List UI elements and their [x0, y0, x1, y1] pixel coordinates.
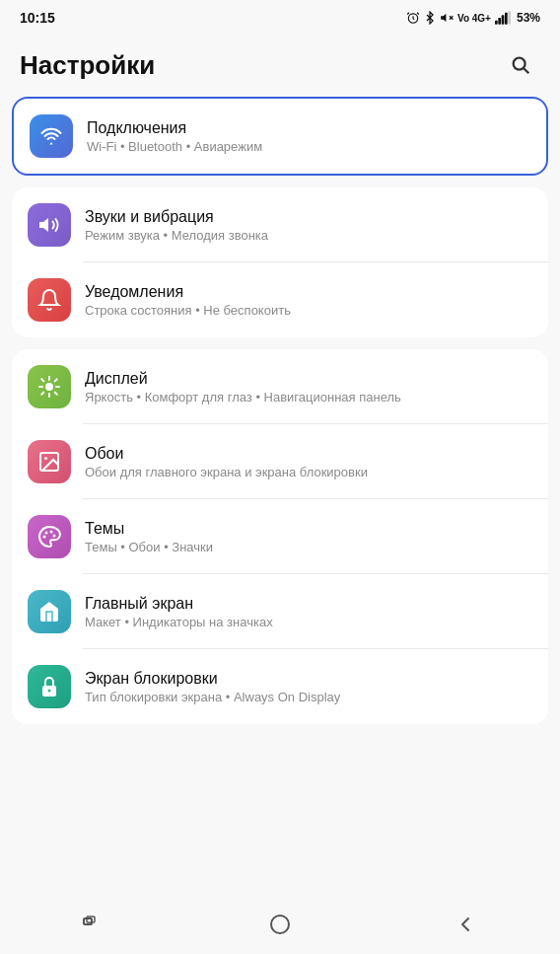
themes-text: Темы Темы • Обои • Значки: [85, 520, 532, 554]
svg-rect-6: [505, 13, 508, 25]
home-screen-title: Главный экран: [85, 595, 532, 613]
notifications-item[interactable]: Уведомления Строка состояния • Не беспок…: [12, 262, 548, 337]
svg-point-21: [43, 536, 46, 539]
connections-text: Подключения Wi-Fi • Bluetooth • Авиарежи…: [87, 119, 530, 154]
search-button[interactable]: [501, 45, 540, 85]
connections-title: Подключения: [87, 119, 530, 137]
display-item[interactable]: Дисплей Яркость • Комфорт для глаз • Нав…: [12, 349, 548, 424]
nav-bar: [0, 899, 560, 954]
wallpaper-subtitle: Обои для главного экрана и экрана блокир…: [85, 465, 532, 479]
display-icon: [28, 365, 71, 408]
home-screen-text: Главный экран Макет • Индикаторы на знач…: [85, 595, 532, 629]
bell-icon: [37, 288, 61, 312]
connections-item[interactable]: Подключения Wi-Fi • Bluetooth • Авиарежи…: [14, 99, 546, 174]
svg-line-16: [55, 393, 57, 395]
status-bar: 10:15 Vo 4G+ 53%: [0, 0, 560, 36]
back-button[interactable]: [437, 905, 496, 944]
volume-icon: [37, 213, 61, 237]
svg-point-24: [53, 535, 56, 538]
sounds-subtitle: Режим звука • Мелодия звонка: [85, 228, 532, 243]
display-group: Дисплей Яркость • Комфорт для глаз • Нав…: [12, 349, 548, 724]
notifications-title: Уведомления: [85, 283, 532, 301]
notifications-icon: [28, 278, 71, 322]
sounds-title: Звуки и вибрация: [85, 208, 532, 226]
svg-rect-27: [84, 918, 92, 924]
home-screen-subtitle: Макет • Индикаторы на значках: [85, 615, 532, 629]
home-nav-icon: [269, 914, 291, 935]
svg-line-17: [55, 379, 57, 381]
themes-item[interactable]: Темы Темы • Обои • Значки: [12, 499, 548, 574]
sun-icon: [37, 375, 61, 399]
svg-point-8: [514, 58, 525, 70]
themes-subtitle: Темы • Обои • Значки: [85, 540, 532, 554]
svg-point-20: [44, 457, 47, 460]
search-icon: [510, 54, 531, 76]
battery-label: 53%: [517, 11, 540, 25]
back-icon: [457, 916, 475, 933]
recents-icon: [83, 916, 105, 933]
svg-point-10: [45, 383, 53, 391]
svg-rect-5: [502, 15, 505, 24]
phone-frame: Настройки Подключен: [0, 36, 560, 954]
palette-icon: [37, 525, 61, 549]
wallpaper-text: Обои Обои для главного экрана и экрана б…: [85, 445, 532, 479]
recents-button[interactable]: [64, 905, 123, 944]
sounds-item[interactable]: Звуки и вибрация Режим звука • Мелодия з…: [12, 187, 548, 262]
themes-title: Темы: [85, 520, 532, 538]
signal-icon: [495, 11, 511, 25]
wallpaper-item[interactable]: Обои Обои для главного экрана и экрана б…: [12, 424, 548, 499]
settings-list: Подключения Wi-Fi • Bluetooth • Авиарежи…: [0, 97, 560, 899]
display-subtitle: Яркость • Комфорт для глаз • Навигационн…: [85, 390, 532, 404]
display-title: Дисплей: [85, 370, 532, 388]
connections-icon: [30, 114, 73, 158]
alarm-icon: [406, 11, 420, 25]
home-icon: [37, 600, 61, 624]
svg-rect-3: [495, 21, 498, 25]
svg-point-22: [45, 532, 48, 535]
lock-screen-icon: [28, 665, 71, 708]
lock-screen-title: Экран блокировки: [85, 670, 532, 688]
home-button[interactable]: [250, 905, 310, 944]
lock-icon: [37, 675, 61, 698]
connections-group: Подключения Wi-Fi • Bluetooth • Авиарежи…: [12, 97, 548, 176]
notifications-subtitle: Строка состояния • Не беспокоить: [85, 303, 532, 318]
wallpaper-icon: [28, 440, 71, 483]
display-text: Дисплей Яркость • Комфорт для глаз • Нав…: [85, 370, 532, 404]
connections-subtitle: Wi-Fi • Bluetooth • Авиарежим: [87, 139, 530, 154]
header: Настройки: [0, 36, 560, 97]
svg-line-18: [41, 393, 43, 395]
home-screen-item[interactable]: Главный экран Макет • Индикаторы на знач…: [12, 574, 548, 649]
wallpaper-title: Обои: [85, 445, 532, 463]
lock-screen-subtitle: Тип блокировки экрана • Always On Displa…: [85, 690, 532, 704]
sounds-icon: [28, 203, 71, 247]
svg-line-9: [524, 68, 528, 73]
svg-line-15: [41, 379, 43, 381]
image-icon: [37, 450, 61, 474]
page-title: Настройки: [20, 50, 155, 81]
lock-screen-item[interactable]: Экран блокировки Тип блокировки экрана •…: [12, 649, 548, 724]
wifi-icon: [39, 124, 63, 148]
status-icons: Vo 4G+ 53%: [406, 11, 540, 25]
home-screen-icon: [28, 590, 71, 633]
status-time: 10:15: [20, 10, 55, 26]
svg-point-23: [50, 531, 53, 534]
svg-rect-7: [508, 11, 511, 24]
network-label: Vo 4G+: [457, 13, 491, 24]
volume-mute-icon: [440, 11, 454, 25]
sound-notif-group: Звуки и вибрация Режим звука • Мелодия з…: [12, 187, 548, 337]
bluetooth-status-icon: [424, 11, 436, 25]
notifications-text: Уведомления Строка состояния • Не беспок…: [85, 283, 532, 318]
svg-point-26: [48, 690, 51, 693]
svg-rect-4: [498, 18, 501, 25]
sounds-text: Звуки и вибрация Режим звука • Мелодия з…: [85, 208, 532, 243]
themes-icon: [28, 515, 71, 558]
lock-screen-text: Экран блокировки Тип блокировки экрана •…: [85, 670, 532, 704]
svg-point-29: [271, 916, 289, 933]
